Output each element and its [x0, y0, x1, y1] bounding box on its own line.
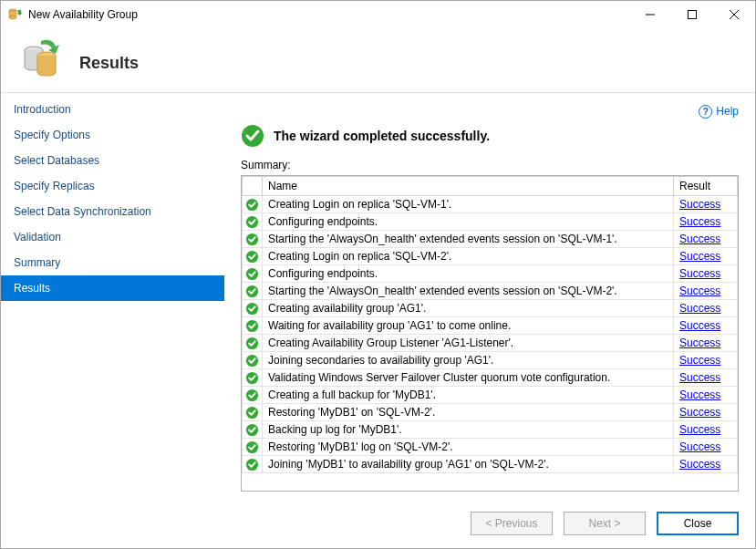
minimize-button[interactable] [629, 1, 671, 28]
row-result: Success [674, 248, 738, 265]
status-text: The wizard completed successfully. [274, 129, 490, 143]
row-result: Success [674, 404, 738, 421]
sidebar: IntroductionSpecify OptionsSelect Databa… [1, 93, 224, 501]
sidebar-item-results[interactable]: Results [1, 275, 224, 301]
row-status-icon [243, 369, 263, 387]
row-status-icon [243, 352, 263, 369]
result-link[interactable]: Success [679, 267, 720, 280]
table-row[interactable]: Backing up log for 'MyDB1'.Success [243, 421, 738, 439]
table-row[interactable]: Joining 'MyDB1' to availability group 'A… [243, 456, 738, 473]
result-link[interactable]: Success [679, 250, 720, 263]
result-link[interactable]: Success [679, 337, 720, 349]
row-status-icon [243, 196, 263, 213]
row-status-icon [243, 283, 263, 300]
help-link[interactable]: ? Help [699, 105, 739, 119]
table-row[interactable]: Creating Availability Group Listener 'AG… [243, 335, 738, 352]
table-row[interactable]: Waiting for availability group 'AG1' to … [243, 317, 738, 335]
result-link[interactable]: Success [679, 354, 720, 367]
close-button[interactable] [713, 1, 755, 28]
page-title: Results [79, 43, 139, 73]
row-status-icon [243, 265, 263, 283]
result-link[interactable]: Success [679, 388, 720, 401]
summary-label: Summary: [241, 159, 739, 171]
success-icon [241, 124, 264, 148]
sidebar-item-validation[interactable]: Validation [1, 224, 224, 250]
next-button: Next > [564, 512, 646, 535]
row-status-icon [243, 421, 263, 439]
row-result: Success [674, 213, 738, 231]
col-name[interactable]: Name [263, 177, 674, 196]
table-row[interactable]: Restoring 'MyDB1' log on 'SQL-VM-2'.Succ… [243, 439, 738, 456]
summary-grid[interactable]: Name Result Creating Login on replica 'S… [241, 175, 739, 492]
table-row[interactable]: Validating Windows Server Failover Clust… [243, 369, 738, 387]
row-result: Success [674, 196, 738, 213]
sidebar-item-select-databases[interactable]: Select Databases [1, 148, 224, 173]
table-row[interactable]: Starting the 'AlwaysOn_health' extended … [243, 283, 738, 300]
sidebar-item-select-data-synchronization[interactable]: Select Data Synchronization [1, 199, 224, 224]
row-result: Success [674, 335, 738, 352]
result-link[interactable]: Success [679, 440, 720, 453]
wizard-icon [19, 36, 63, 79]
result-link[interactable]: Success [679, 423, 720, 436]
row-result: Success [674, 456, 738, 473]
previous-button: < Previous [471, 512, 553, 535]
status-row: The wizard completed successfully. [241, 124, 739, 148]
svg-point-2 [9, 16, 16, 19]
result-link[interactable]: Success [679, 371, 720, 384]
row-status-icon [243, 456, 263, 473]
body: IntroductionSpecify OptionsSelect Databa… [1, 93, 755, 501]
row-status-icon [243, 439, 263, 456]
window-title: New Availability Group [28, 8, 138, 21]
sidebar-item-specify-replicas[interactable]: Specify Replicas [1, 173, 224, 199]
maximize-button[interactable] [671, 1, 713, 28]
col-status-icon[interactable] [243, 177, 263, 196]
table-row[interactable]: Creating availability group 'AG1'.Succes… [243, 300, 738, 317]
table-row[interactable]: Starting the 'AlwaysOn_health' extended … [243, 231, 738, 248]
main-content: ? Help The wizard completed successfully… [224, 93, 755, 501]
result-link[interactable]: Success [679, 215, 720, 228]
table-row[interactable]: Joining secondaries to availability grou… [243, 352, 738, 369]
row-result: Success [674, 283, 738, 300]
row-name: Joining 'MyDB1' to availability group 'A… [263, 456, 674, 473]
table-row[interactable]: Configuring endpoints.Success [243, 213, 738, 231]
result-link[interactable]: Success [679, 285, 720, 297]
row-name: Waiting for availability group 'AG1' to … [263, 317, 674, 335]
row-name: Creating Login on replica 'SQL-VM-1'. [263, 196, 674, 213]
row-status-icon [243, 335, 263, 352]
result-link[interactable]: Success [679, 233, 720, 245]
result-link[interactable]: Success [679, 302, 720, 315]
svg-rect-4 [689, 11, 697, 19]
col-result[interactable]: Result [674, 177, 738, 196]
row-name: Validating Windows Server Failover Clust… [263, 369, 674, 387]
row-name: Backing up log for 'MyDB1'. [263, 421, 674, 439]
row-result: Success [674, 265, 738, 283]
row-name: Starting the 'AlwaysOn_health' extended … [263, 231, 674, 248]
table-row[interactable]: Restoring 'MyDB1' on 'SQL-VM-2'.Success [243, 404, 738, 421]
table-row[interactable]: Creating Login on replica 'SQL-VM-1'.Suc… [243, 196, 738, 213]
row-status-icon [243, 213, 263, 231]
result-link[interactable]: Success [679, 319, 720, 332]
row-result: Success [674, 369, 738, 387]
footer: < Previous Next > Close [1, 501, 755, 548]
header-area: Results [1, 28, 755, 92]
sidebar-item-introduction[interactable]: Introduction [1, 97, 224, 122]
row-status-icon [243, 300, 263, 317]
titlebar: New Availability Group [1, 1, 755, 28]
sidebar-item-summary[interactable]: Summary [1, 250, 224, 275]
app-icon [8, 7, 23, 22]
result-link[interactable]: Success [679, 198, 720, 211]
row-status-icon [243, 404, 263, 421]
help-row: ? Help [241, 102, 739, 120]
table-row[interactable]: Creating Login on replica 'SQL-VM-2'.Suc… [243, 248, 738, 265]
help-label: Help [716, 105, 739, 118]
table-row[interactable]: Configuring endpoints.Success [243, 265, 738, 283]
row-name: Configuring endpoints. [263, 213, 674, 231]
sidebar-item-specify-options[interactable]: Specify Options [1, 122, 224, 148]
row-name: Creating Availability Group Listener 'AG… [263, 335, 674, 352]
table-row[interactable]: Creating a full backup for 'MyDB1'.Succe… [243, 387, 738, 404]
row-name: Configuring endpoints. [263, 265, 674, 283]
result-link[interactable]: Success [679, 458, 720, 471]
result-link[interactable]: Success [679, 406, 720, 419]
close-button-footer[interactable]: Close [657, 512, 739, 535]
row-result: Success [674, 387, 738, 404]
